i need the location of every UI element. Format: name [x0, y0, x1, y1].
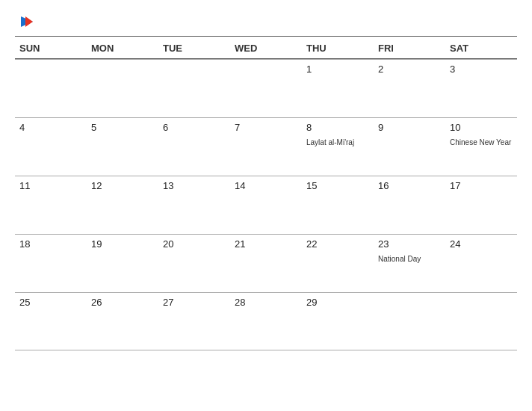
- cell-date: 14: [235, 180, 297, 191]
- cell-date: 27: [163, 297, 226, 308]
- cell-event: Laylat al-Mi'raj: [306, 138, 354, 146]
- calendar-cell: 7: [230, 117, 302, 176]
- cell-date: 24: [450, 238, 513, 250]
- calendar-body: 12345678Laylat al-Mi'raj910Chinese New Y…: [15, 59, 517, 350]
- cell-date: 12: [91, 180, 154, 191]
- week-row-1: 45678Laylat al-Mi'raj910Chinese New Year: [15, 117, 517, 176]
- week-row-2: 11121314151617: [15, 176, 517, 234]
- days-header: SUN MON TUE WED THU FRI SAT: [15, 40, 517, 59]
- week-row-3: 181920212223National Day24: [15, 234, 517, 292]
- day-fri: FRI: [374, 40, 445, 55]
- calendar-cell: 10Chinese New Year: [445, 117, 517, 176]
- calendar-cell: 16: [374, 176, 445, 234]
- cell-date: 8: [306, 122, 369, 133]
- calendar-cell: 1: [302, 59, 374, 117]
- cell-date: 28: [235, 297, 297, 308]
- cell-date: 1: [306, 64, 369, 75]
- calendar-cell: 21: [230, 234, 302, 292]
- cell-event: National Day: [378, 255, 421, 263]
- cell-date: 7: [235, 122, 297, 133]
- cell-date: 25: [19, 297, 82, 308]
- cell-date: 15: [306, 180, 369, 191]
- header-divider: [15, 36, 517, 37]
- day-tue: TUE: [158, 40, 230, 55]
- calendar-cell: 5: [87, 117, 158, 176]
- logo-wrapper: [15, 13, 34, 30]
- week-row-0: 123: [15, 59, 517, 117]
- cell-date: 4: [19, 122, 82, 133]
- calendar-cell: [445, 292, 517, 350]
- cell-event: Chinese New Year: [450, 138, 511, 146]
- cell-date: 5: [91, 122, 154, 133]
- cell-date: 17: [450, 180, 513, 191]
- cell-date: 19: [91, 238, 154, 250]
- cell-date: 29: [306, 297, 369, 308]
- calendar-cell: 23National Day: [374, 234, 445, 292]
- calendar-cell: [230, 59, 302, 117]
- day-sat: SAT: [445, 40, 517, 55]
- logo-area: [15, 13, 82, 30]
- calendar-cell: [374, 292, 445, 350]
- cell-date: 22: [306, 238, 369, 250]
- cell-date: 2: [378, 64, 441, 75]
- calendar-cell: 22: [302, 234, 374, 292]
- calendar-cell: 4: [15, 117, 87, 176]
- cell-date: 23: [378, 238, 441, 250]
- calendar-cell: [158, 59, 230, 117]
- cell-date: 11: [19, 180, 82, 191]
- cell-date: 26: [91, 297, 154, 308]
- calendar-cell: 6: [158, 117, 230, 176]
- calendar-cell: 15: [302, 176, 374, 234]
- week-row-4: 2526272829: [15, 292, 517, 350]
- calendar-cell: 26: [87, 292, 158, 350]
- calendar-cell: 14: [230, 176, 302, 234]
- cell-date: 6: [163, 122, 226, 133]
- calendar-cell: 28: [230, 292, 302, 350]
- calendar-cell: 9: [374, 117, 445, 176]
- calendar-cell: 20: [158, 234, 230, 292]
- calendar-cell: 24: [445, 234, 517, 292]
- calendar-cell: 12: [87, 176, 158, 234]
- cell-date: 16: [378, 180, 441, 191]
- cell-date: 13: [163, 180, 226, 191]
- cell-date: 20: [163, 238, 226, 250]
- calendar-cell: [15, 59, 87, 117]
- calendar-container: SUN MON TUE WED THU FRI SAT 12345678Layl…: [0, 0, 532, 411]
- cell-date: 9: [378, 122, 441, 133]
- cell-date: 10: [450, 122, 513, 133]
- calendar-cell: 2: [374, 59, 445, 117]
- calendar-cell: 11: [15, 176, 87, 234]
- day-wed: WED: [230, 40, 302, 55]
- calendar-cell: 18: [15, 234, 87, 292]
- svg-marker-1: [25, 16, 33, 27]
- cell-date: 3: [450, 64, 513, 75]
- day-thu: THU: [302, 40, 374, 55]
- header-row: [15, 13, 517, 30]
- calendar-cell: 13: [158, 176, 230, 234]
- calendar-cell: 17: [445, 176, 517, 234]
- calendar-cell: 19: [87, 234, 158, 292]
- calendar-cell: 8Laylat al-Mi'raj: [302, 117, 374, 176]
- calendar-cell: 25: [15, 292, 87, 350]
- calendar-cell: 3: [445, 59, 517, 117]
- logo-icon: [18, 13, 34, 30]
- calendar-cell: 29: [302, 292, 374, 350]
- calendar-cell: 27: [158, 292, 230, 350]
- day-sun: SUN: [15, 40, 87, 55]
- cell-date: 21: [235, 238, 297, 250]
- day-mon: MON: [87, 40, 158, 55]
- calendar-cell: [87, 59, 158, 117]
- cell-date: 18: [19, 238, 82, 250]
